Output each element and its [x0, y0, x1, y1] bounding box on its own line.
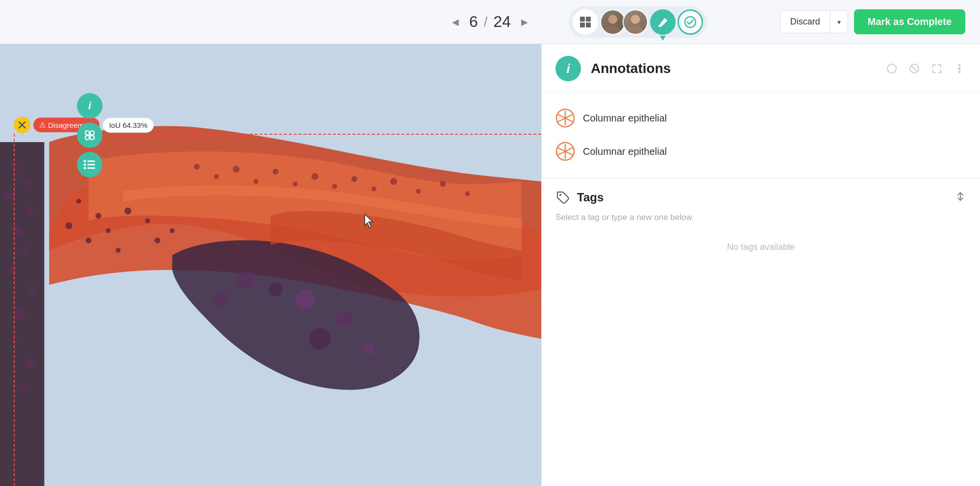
svg-point-21: [145, 219, 150, 223]
main-area: ⚠ Disagreement IoU 64.33% i: [0, 44, 980, 486]
svg-point-22: [86, 238, 92, 243]
svg-point-54: [465, 191, 470, 196]
svg-point-34: [21, 246, 28, 254]
tags-placeholder[interactable]: Select a tag or type a new one below: [555, 213, 966, 222]
annotation-asterisk-icon-1: [555, 108, 575, 128]
svg-point-23: [116, 248, 121, 253]
tool-group: [569, 6, 707, 38]
svg-point-52: [416, 189, 421, 194]
next-button[interactable]: ▶: [517, 14, 532, 30]
svg-point-66: [958, 64, 961, 67]
svg-point-58: [84, 164, 86, 166]
svg-rect-3: [586, 23, 591, 27]
grid-tool-button[interactable]: [573, 9, 598, 35]
svg-line-65: [911, 66, 917, 72]
svg-point-32: [25, 207, 34, 216]
discard-button[interactable]: Discard ▾: [780, 10, 848, 33]
nav-section: ◀ 6 / 24 ▶: [448, 13, 532, 31]
annotation-list: Columnar epithelial Columnar epithelial: [542, 92, 980, 178]
avatar-1[interactable]: [600, 9, 626, 35]
svg-point-24: [154, 238, 160, 243]
svg-rect-0: [580, 17, 585, 22]
svg-point-26: [65, 222, 72, 229]
annotation-asterisk-icon-2: [555, 142, 575, 161]
side-toolbar: i: [77, 93, 102, 177]
canvas-area[interactable]: ⚠ Disagreement IoU 64.33% i: [0, 44, 541, 486]
tags-icon: [555, 190, 570, 205]
annotation-item-1[interactable]: Columnar epithelial: [555, 101, 966, 135]
svg-rect-2: [580, 23, 585, 27]
svg-point-12: [269, 283, 282, 296]
command-tool-button[interactable]: [77, 122, 102, 148]
sort-icon[interactable]: [955, 191, 966, 205]
right-panel: i Annotations: [541, 44, 980, 486]
info-icon: i: [88, 99, 91, 112]
svg-point-77: [559, 194, 561, 196]
svg-point-27: [76, 199, 81, 204]
svg-point-47: [311, 173, 318, 180]
svg-point-36: [27, 285, 36, 294]
svg-point-67: [958, 68, 961, 70]
selection-line-horizontal: [113, 134, 541, 135]
svg-point-38: [11, 335, 19, 343]
more-options-icon[interactable]: [953, 62, 966, 75]
svg-point-49: [352, 176, 357, 182]
svg-point-9: [685, 17, 696, 27]
svg-point-19: [106, 228, 111, 233]
list-tool-button[interactable]: [77, 152, 102, 177]
svg-point-29: [10, 162, 20, 171]
svg-rect-62: [87, 168, 95, 169]
svg-point-17: [214, 292, 229, 307]
svg-point-40: [18, 384, 26, 392]
svg-point-25: [170, 228, 175, 233]
warning-icon: ⚠: [39, 121, 46, 129]
annotations-header: i Annotations: [542, 44, 980, 92]
no-tags-text: No tags available: [555, 242, 966, 252]
svg-point-30: [23, 177, 31, 185]
mark-complete-button[interactable]: Mark as Complete: [854, 9, 965, 34]
disagreement-x-icon: [14, 117, 30, 133]
svg-point-7: [630, 15, 639, 24]
svg-point-48: [332, 184, 337, 189]
svg-point-14: [336, 311, 352, 327]
svg-point-35: [7, 265, 17, 275]
expand-icon[interactable]: [930, 62, 944, 75]
slash-circle-icon[interactable]: [907, 62, 921, 75]
tags-header: Tags: [555, 190, 966, 205]
svg-point-37: [14, 309, 25, 319]
avatar-2[interactable]: [623, 9, 648, 35]
svg-point-4: [608, 15, 617, 24]
info-tool-button[interactable]: i: [77, 93, 102, 119]
annotations-info-icon: i: [555, 56, 581, 81]
circle-icon[interactable]: [885, 62, 899, 75]
nav-separator: /: [484, 14, 488, 30]
iou-badge: IoU 64.33%: [102, 118, 153, 133]
pencil-tool-button[interactable]: [650, 9, 676, 35]
svg-point-68: [958, 71, 961, 73]
svg-point-39: [25, 359, 34, 368]
current-page: 6: [469, 13, 478, 31]
svg-point-63: [887, 64, 896, 73]
svg-point-15: [309, 328, 330, 349]
action-buttons: Discard ▾ Mark as Complete: [780, 9, 965, 34]
svg-point-13: [295, 290, 315, 309]
main-toolbar: ◀ 6 / 24 ▶: [0, 0, 980, 44]
svg-point-20: [125, 208, 131, 215]
annotation-label-2: Columnar epithelial: [583, 146, 667, 157]
svg-point-11: [237, 271, 255, 289]
annotations-title: Annotations: [591, 61, 875, 76]
svg-rect-61: [87, 164, 95, 166]
svg-point-43: [233, 166, 240, 172]
total-pages: 24: [493, 13, 511, 31]
check-tool-button[interactable]: [678, 9, 703, 35]
svg-point-59: [84, 167, 86, 170]
selection-line-vertical: [14, 134, 15, 486]
svg-rect-1: [586, 17, 591, 22]
svg-point-18: [96, 213, 101, 219]
svg-point-53: [440, 181, 446, 187]
svg-point-8: [628, 25, 643, 34]
prev-button[interactable]: ◀: [448, 14, 463, 30]
svg-point-5: [605, 25, 620, 34]
annotation-item-2[interactable]: Columnar epithelial: [555, 135, 966, 168]
tags-title: Tags: [577, 191, 948, 204]
